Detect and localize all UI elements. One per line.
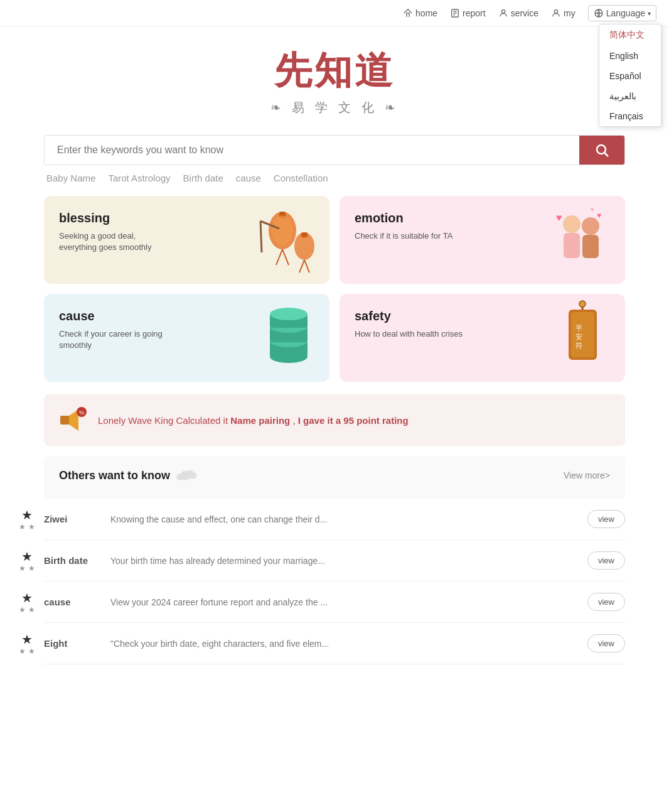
star-icon: ★ xyxy=(28,605,35,614)
chevron-down-icon: ▾ xyxy=(648,10,651,17)
announce-text: Lonely Wave King Calculated it Name pair… xyxy=(98,415,409,426)
svg-rect-42 xyxy=(60,416,69,425)
svg-text:♥: ♥ xyxy=(556,212,562,223)
star-rating-1: ★ ★ ★ xyxy=(19,507,35,531)
star-icon: ★ xyxy=(28,647,35,656)
list-item: ★ ★ ★ Birth date Your birth time has alr… xyxy=(44,540,625,582)
announce-highlight2: I gave it a 95 point rating xyxy=(298,415,409,426)
svg-text:♥: ♥ xyxy=(597,211,601,220)
view-button-3[interactable]: view xyxy=(587,593,625,611)
nav-my[interactable]: my xyxy=(551,8,575,18)
star-icon: ★ xyxy=(28,564,35,573)
announce-prefix: Lonely Wave King Calculated it xyxy=(98,415,228,426)
site-title: 先知道 xyxy=(13,46,656,97)
svg-text:♥: ♥ xyxy=(591,206,594,213)
search-tags: Baby Name Tarot Astrology Birth date cau… xyxy=(44,165,625,183)
announce-icon: % xyxy=(56,404,88,436)
card-blessing-desc: Seeking a good deal, everything goes smo… xyxy=(59,230,172,253)
svg-rect-15 xyxy=(301,232,308,237)
card-safety[interactable]: safety How to deal with health crises 平 … xyxy=(340,294,625,382)
view-button-2[interactable]: view xyxy=(587,551,625,570)
announce-sep: , xyxy=(292,415,297,426)
tag-baby-name[interactable]: Baby Name xyxy=(46,173,95,183)
search-button[interactable] xyxy=(579,136,624,165)
report-label: report xyxy=(463,8,486,18)
star-big-icon: ★ xyxy=(21,590,33,605)
item-desc-2: Your birth time has already determined y… xyxy=(110,556,577,566)
star-small-icons: ★ ★ xyxy=(19,522,35,531)
svg-rect-23 xyxy=(582,235,599,258)
svg-text:%: % xyxy=(79,409,84,416)
lang-option-es[interactable]: Español xyxy=(599,66,661,86)
svg-point-37 xyxy=(579,301,586,307)
svg-point-5 xyxy=(554,10,557,13)
svg-point-20 xyxy=(563,215,581,233)
svg-line-17 xyxy=(304,260,309,273)
star-rating-3: ★ ★ ★ xyxy=(19,590,35,614)
list-item: ★ ★ ★ Ziwei Knowing the cause and effect… xyxy=(44,499,625,540)
star-icon: ★ xyxy=(28,522,35,531)
star-small-icons: ★ ★ xyxy=(19,647,35,656)
lang-option-zh[interactable]: 简体中文 xyxy=(599,24,661,46)
item-category-1: Ziwei xyxy=(44,514,100,524)
megaphone-icon: % xyxy=(56,404,88,436)
lang-option-fr[interactable]: Français xyxy=(599,106,661,126)
card-emotion-desc: Check if it is suitable for TA xyxy=(355,230,468,242)
view-button-4[interactable]: view xyxy=(587,634,625,652)
language-dropdown: 简体中文 English Español بالعربية Français xyxy=(599,24,661,127)
search-bar xyxy=(44,135,625,165)
language-icon xyxy=(594,8,604,18)
cause-illustration xyxy=(242,300,323,376)
card-cause[interactable]: cause Check if your career is going smoo… xyxy=(44,294,329,382)
home-label: home xyxy=(415,8,437,18)
svg-line-8 xyxy=(605,153,609,157)
svg-line-16 xyxy=(299,260,304,273)
star-small-icons: ★ ★ xyxy=(19,564,35,573)
others-section: Others want to know View more> xyxy=(44,456,625,499)
item-category-2: Birth date xyxy=(44,555,100,566)
search-icon xyxy=(594,143,609,158)
svg-text:符: 符 xyxy=(575,342,582,349)
nav-report[interactable]: report xyxy=(450,8,486,18)
view-more-link[interactable]: View more> xyxy=(564,470,610,480)
svg-text:安: 安 xyxy=(575,333,582,340)
item-category-3: cause xyxy=(44,597,100,607)
svg-text:平: 平 xyxy=(575,324,582,332)
nav-service[interactable]: service xyxy=(498,8,538,18)
search-input[interactable] xyxy=(45,136,579,165)
site-subtitle: ❧ 易 学 文 化 ❧ xyxy=(13,99,656,116)
view-button-1[interactable]: view xyxy=(587,510,625,528)
svg-rect-22 xyxy=(564,233,580,258)
announcement-bar: % Lonely Wave King Calculated it Name pa… xyxy=(44,394,625,446)
card-safety-desc: How to deal with health crises xyxy=(355,328,468,340)
svg-point-7 xyxy=(597,145,606,154)
search-section: Baby Name Tarot Astrology Birth date cau… xyxy=(0,122,669,183)
svg-line-19 xyxy=(260,221,262,252)
tag-birth-date[interactable]: Birth date xyxy=(183,173,223,183)
star-icon: ★ xyxy=(19,647,26,656)
star-icon: ★ xyxy=(19,605,26,614)
language-label: Language xyxy=(606,8,645,18)
card-blessing[interactable]: blessing Seeking a good deal, everything… xyxy=(44,196,329,284)
my-icon xyxy=(551,8,561,18)
item-desc-1: Knowing the cause and effect, one can ch… xyxy=(110,514,577,524)
star-big-icon: ★ xyxy=(21,632,33,647)
svg-line-11 xyxy=(276,249,282,265)
item-category-4: Eight xyxy=(44,638,100,649)
top-nav: home report service my Language ▾ 简体中文 E… xyxy=(0,0,669,27)
language-button[interactable]: Language ▾ xyxy=(588,5,656,21)
others-title: Others want to know xyxy=(59,468,198,482)
announce-highlight1: Name pairing xyxy=(230,415,290,426)
tag-constellation[interactable]: Constellation xyxy=(274,173,328,183)
star-icon: ★ xyxy=(19,522,26,531)
emotion-illustration: ♥ ♥ ♥ xyxy=(537,202,619,278)
nav-home[interactable]: home xyxy=(403,8,437,18)
lang-option-en[interactable]: English xyxy=(599,46,661,66)
star-rating-4: ★ ★ ★ xyxy=(19,632,35,656)
list-items-container: ★ ★ ★ Ziwei Knowing the cause and effect… xyxy=(44,499,625,664)
lang-option-ar[interactable]: بالعربية xyxy=(599,86,661,106)
service-icon xyxy=(498,8,508,18)
tag-tarot[interactable]: Tarot Astrology xyxy=(108,173,170,183)
card-emotion[interactable]: emotion Check if it is suitable for TA ♥… xyxy=(340,196,625,284)
tag-cause[interactable]: cause xyxy=(236,173,261,183)
